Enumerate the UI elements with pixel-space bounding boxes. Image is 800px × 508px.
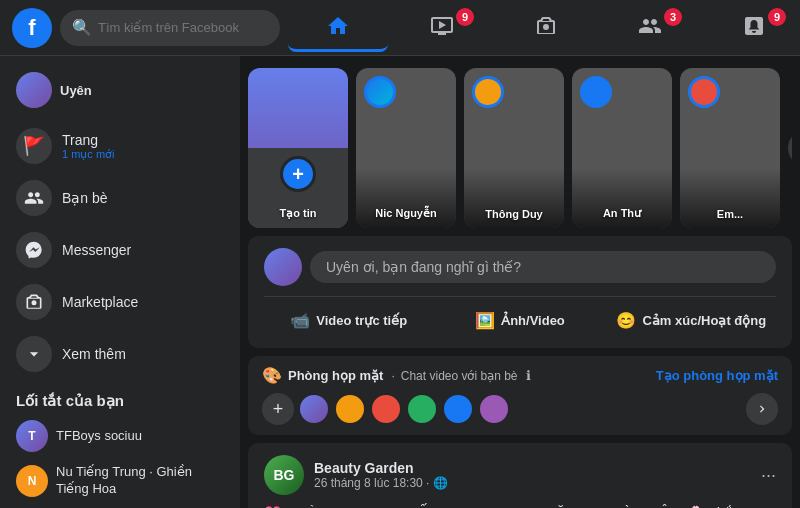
- shortcut-tfboys[interactable]: T TFBoys sociuu: [8, 414, 232, 458]
- flag-icon: 🚩: [23, 135, 45, 157]
- room-avatar-4: [406, 393, 438, 425]
- news-feed: Tạo tin Nic Nguyễn Thông Duy An: [240, 56, 800, 508]
- story-card-thong-duy[interactable]: Thông Duy: [464, 68, 564, 228]
- create-story-card[interactable]: Tạo tin: [248, 68, 348, 228]
- chevron-down-icon: [24, 344, 44, 364]
- shortcuts-title: Lối tắt của bạn: [8, 380, 232, 414]
- post-action-photo[interactable]: 🖼️ Ảnh/Video: [435, 305, 604, 336]
- room-next-button[interactable]: [746, 393, 778, 425]
- nav-notifications[interactable]: 9: [704, 4, 800, 52]
- story-avatar-an-thu: [580, 76, 612, 108]
- facebook-logo[interactable]: Facebookf: [12, 8, 52, 48]
- post-input-card: Uyên ơi, bạn đang nghĩ gì thế? 📹 Video t…: [248, 236, 792, 348]
- groups-badge: 3: [664, 8, 682, 26]
- shortcut-label-tfboys: TFBoys sociuu: [56, 428, 142, 445]
- create-story-btn[interactable]: [280, 156, 316, 192]
- room-header: 🎨 Phòng họp mặt · Chat video với bạn bè …: [262, 366, 778, 385]
- sidebar-item-xem-them[interactable]: Xem thêm: [8, 328, 232, 380]
- ban-be-icon-wrap: [16, 180, 52, 216]
- room-avatar-2: [334, 393, 366, 425]
- sidebar-item-ban-be[interactable]: Bạn bè: [8, 172, 232, 224]
- post-more-button[interactable]: ···: [761, 465, 776, 486]
- shortcut-label-nu-tieng: Nu Tiếng Trung · Ghiền Tiếng Hoa: [56, 464, 224, 498]
- post-user-avatar: [264, 248, 302, 286]
- story-label-an-thu: An Thư: [572, 207, 672, 220]
- story-label-em: Em...: [680, 208, 780, 220]
- top-navigation: Facebookf 🔍 9 3 9: [0, 0, 800, 56]
- post-action-video[interactable]: 📹 Video trực tiếp: [264, 305, 433, 336]
- search-icon: 🔍: [72, 18, 92, 37]
- post-input-row: Uyên ơi, bạn đang nghĩ gì thế?: [264, 248, 776, 286]
- post-video-label: Video trực tiếp: [316, 313, 407, 328]
- nav-groups[interactable]: 3: [600, 4, 700, 52]
- story-label-nic: Nic Nguyễn: [356, 207, 456, 220]
- post-header: BG Beauty Garden 26 tháng 8 lúc 18:30 · …: [264, 455, 776, 495]
- post-card-beauty-garden: BG Beauty Garden 26 tháng 8 lúc 18:30 · …: [248, 443, 792, 508]
- story-avatar-em: [688, 76, 720, 108]
- trang-label: Trang 1 mục mới: [62, 132, 115, 161]
- stories-row: Tạo tin Nic Nguyễn Thông Duy An: [248, 56, 792, 236]
- room-avatar-5: [442, 393, 474, 425]
- nav-icons: 9 3 9: [288, 4, 800, 52]
- post-photo-label: Ảnh/Video: [501, 313, 565, 328]
- room-chevron-right-icon: [755, 402, 769, 416]
- room-icon: 🎨: [262, 366, 282, 385]
- stories-next-button[interactable]: [788, 130, 792, 166]
- room-title: Phòng họp mặt: [288, 368, 383, 383]
- room-avatars: +: [262, 393, 778, 425]
- main-content: Uyên 🚩 Trang 1 mục mới Bạn bè Messenger: [0, 56, 800, 508]
- story-card-nic[interactable]: Nic Nguyễn: [356, 68, 456, 228]
- post-placeholder[interactable]: Uyên ơi, bạn đang nghĩ gì thế?: [310, 251, 776, 283]
- post-page-name[interactable]: Beauty Garden: [314, 460, 751, 476]
- story-avatar-nic: [364, 76, 396, 108]
- search-input[interactable]: [98, 20, 268, 35]
- user-name: Uyên: [60, 83, 92, 98]
- post-actions: 📹 Video trực tiếp 🖼️ Ảnh/Video 😊 Cảm xúc…: [264, 296, 776, 336]
- trang-icon-wrap: 🚩: [16, 128, 52, 164]
- info-icon[interactable]: ℹ: [526, 368, 531, 383]
- messenger-icon-wrap: [16, 232, 52, 268]
- post-content: 💝 3 DÒNG SP HOT NHẤT SOME BY MI - CHĂM D…: [264, 503, 776, 508]
- room-dot: ·: [391, 369, 394, 383]
- marketplace-icon: [24, 292, 44, 312]
- story-label-thong-duy: Thông Duy: [464, 208, 564, 220]
- nav-watch[interactable]: 9: [392, 4, 492, 52]
- create-story-label: Tạo tin: [248, 207, 348, 220]
- sidebar-item-trang[interactable]: 🚩 Trang 1 mục mới: [8, 120, 232, 172]
- shortcut-avatar-tfboys: T: [16, 420, 48, 452]
- feeling-icon: 😊: [616, 311, 636, 330]
- room-add-button[interactable]: +: [262, 393, 294, 425]
- friends-icon: [24, 188, 44, 208]
- search-box[interactable]: 🔍: [60, 10, 280, 46]
- shortcut-nu-tieng[interactable]: N Nu Tiếng Trung · Ghiền Tiếng Hoa: [8, 458, 232, 504]
- nav-home[interactable]: [288, 4, 388, 52]
- shortcut-thi-trang[interactable]: T Thời trang teen giá rẻ: [8, 504, 232, 508]
- room-avatar-1: [298, 393, 330, 425]
- story-card-em[interactable]: Em...: [680, 68, 780, 228]
- sidebar: Uyên 🚩 Trang 1 mục mới Bạn bè Messenger: [0, 56, 240, 508]
- story-card-an-thu[interactable]: An Thư: [572, 68, 672, 228]
- room-avatar-6: [478, 393, 510, 425]
- user-avatar: [16, 72, 52, 108]
- room-subtitle: Chat video với bạn bè: [401, 369, 518, 383]
- room-cta-button[interactable]: Tạo phòng họp mặt: [656, 368, 778, 383]
- nav-marketplace[interactable]: [496, 4, 596, 52]
- post-time: 26 tháng 8 lúc 18:30 · 🌐: [314, 476, 751, 490]
- notifications-badge: 9: [768, 8, 786, 26]
- watch-badge: 9: [456, 8, 474, 26]
- post-action-feeling[interactable]: 😊 Cảm xúc/Hoạt động: [607, 305, 776, 336]
- video-icon: 📹: [290, 311, 310, 330]
- messenger-icon: [24, 240, 44, 260]
- post-page-avatar: BG: [264, 455, 304, 495]
- sidebar-item-marketplace[interactable]: Marketplace: [8, 276, 232, 328]
- post-feeling-label: Cảm xúc/Hoạt động: [642, 313, 766, 328]
- more-icon-wrap: [16, 336, 52, 372]
- room-avatar-3: [370, 393, 402, 425]
- marketplace-icon-wrap: [16, 284, 52, 320]
- shortcut-avatar-nu-tieng: N: [16, 465, 48, 497]
- story-avatar-thong-duy: [472, 76, 504, 108]
- sidebar-user[interactable]: Uyên: [8, 64, 232, 116]
- post-meta: Beauty Garden 26 tháng 8 lúc 18:30 · 🌐: [314, 460, 751, 490]
- room-card: 🎨 Phòng họp mặt · Chat video với bạn bè …: [248, 356, 792, 435]
- sidebar-item-messenger[interactable]: Messenger: [8, 224, 232, 276]
